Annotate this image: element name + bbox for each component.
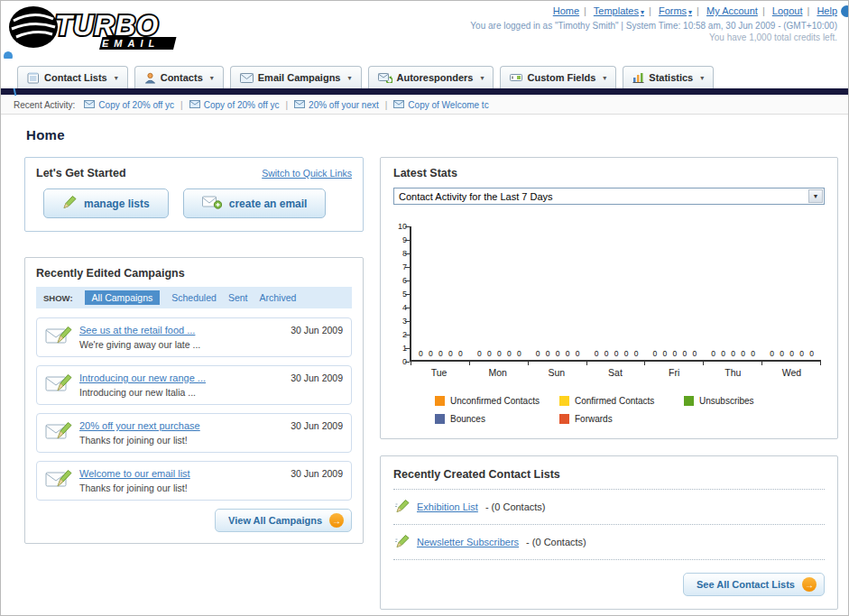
filter-all-campaigns[interactable]: All Campaigns [85, 290, 161, 305]
stats-period-select[interactable]: Contact Activity for the Last 7 Days ▼ [393, 188, 825, 205]
see-all-contact-lists-button[interactable]: See All Contact Lists → [683, 573, 825, 596]
bar: 0 [555, 350, 560, 359]
recent-activity-item[interactable]: Copy of 20% off yc [84, 100, 174, 110]
logo-title: TURBO [55, 10, 159, 41]
bar: 0 [809, 350, 815, 359]
campaign-date: 30 Jun 2009 [291, 468, 343, 479]
tab-contacts[interactable]: Contacts ▾ [134, 66, 224, 88]
bar: 0 [633, 350, 639, 359]
tab-custom-fields[interactable]: Custom Fields ▾ [500, 66, 616, 88]
activity-item-label: Copy of 20% off yc [98, 100, 174, 110]
nav-home-link[interactable]: Home [553, 5, 579, 16]
tab-contact-lists[interactable]: Contact Lists ▾ [17, 66, 128, 88]
contact-list-row[interactable]: Newsletter Subscribers - (0 Contacts) [393, 525, 825, 560]
bar-value-label: 0 [546, 350, 550, 358]
filter-scheduled[interactable]: Scheduled [171, 292, 217, 303]
bar-value-label: 0 [604, 350, 609, 358]
bar-group: 00000 [411, 350, 470, 359]
campaign-row[interactable]: Welcome to our email list Thanks for joi… [36, 461, 352, 501]
nav-my-account-link[interactable]: My Account [706, 5, 758, 16]
nav-help-link[interactable]: Help [817, 5, 837, 16]
view-all-campaigns-label: View All Campaigns [228, 515, 322, 526]
activity-item-label: Copy of Welcome tc [408, 100, 488, 110]
campaign-row[interactable]: 20% off your next purchase Thanks for jo… [36, 413, 352, 453]
bar: 0 [594, 350, 599, 359]
bar: 0 [476, 350, 482, 359]
campaign-title-link[interactable]: Introducing our new range ... [79, 372, 283, 383]
header: TURBO EMAIL Home| Templates▾| Forms▾| My… [1, 1, 848, 59]
manage-lists-button[interactable]: manage lists [43, 188, 169, 218]
legend-swatch [559, 396, 569, 406]
campaigns-filter-bar: SHOW: All Campaigns Scheduled Sent Archi… [36, 287, 352, 308]
bar: 0 [604, 350, 609, 359]
legend-swatch [435, 414, 445, 424]
filter-sent[interactable]: Sent [228, 292, 248, 303]
tab-email-campaigns[interactable]: Email Campaigns ▾ [230, 66, 362, 88]
custom-fields-icon [510, 72, 522, 83]
activity-item-label: Copy of 20% off yc [204, 100, 280, 110]
create-email-button[interactable]: create an email [183, 188, 327, 218]
y-tick-mark [405, 335, 410, 336]
manage-lists-label: manage lists [84, 198, 150, 210]
bar: 0 [711, 350, 716, 359]
nav-forms-link[interactable]: Forms▾ [659, 5, 692, 16]
view-all-campaigns-button[interactable]: View All Campaigns → [215, 509, 352, 532]
x-tick-mark [703, 362, 704, 365]
contact-lists-icon [27, 72, 40, 84]
bar: 0 [575, 350, 580, 359]
bar-group: 00000 [470, 350, 529, 359]
y-tick-mark [405, 308, 410, 308]
x-tick-label: Thu [704, 367, 762, 378]
bar-value-label: 0 [477, 350, 482, 358]
nav-forms-label: Forms [659, 5, 687, 16]
bar: 0 [506, 350, 512, 359]
nav-logout-link[interactable]: Logout [772, 5, 803, 16]
bar: 0 [457, 350, 463, 359]
tab-label: Email Campaigns [258, 72, 341, 83]
campaign-title-link[interactable]: 20% off your next purchase [79, 420, 283, 431]
x-tick-label: Wed [762, 367, 821, 378]
y-tick-mark [405, 226, 410, 227]
tab-statistics[interactable]: Statistics ▾ [623, 66, 714, 88]
help-dot-icon[interactable] [841, 5, 849, 17]
nav-templates-label: Templates [594, 5, 639, 16]
recent-activity-item[interactable]: Copy of Welcome tc [393, 100, 488, 110]
chevron-down-icon: ▾ [641, 8, 644, 16]
bar: 0 [428, 350, 433, 359]
envelope-icon [84, 100, 95, 110]
campaign-date: 30 Jun 2009 [291, 372, 343, 383]
bar-value-label: 0 [682, 350, 687, 358]
campaign-title-link[interactable]: Welcome to our email list [79, 468, 283, 479]
contact-list-name-link[interactable]: Newsletter Subscribers [417, 537, 519, 547]
recent-activity-item[interactable]: Copy of 20% off yc [189, 100, 280, 110]
bar-value-label: 0 [770, 350, 774, 358]
contact-list-row[interactable]: Exhibition List - (0 Contacts) [393, 490, 825, 525]
bar-value-label: 0 [536, 350, 540, 358]
campaign-row[interactable]: Introducing our new range ... Introducin… [36, 365, 352, 405]
contact-list-name-link[interactable]: Exhibition List [417, 501, 478, 512]
campaign-title-link[interactable]: See us at the retail food ... [79, 325, 283, 336]
x-tick-label: Fri [645, 367, 704, 378]
chart-plot: 00000000000000000000000000000000000 [410, 226, 821, 362]
bar-value-label: 0 [751, 350, 755, 358]
tab-label: Custom Fields [527, 72, 595, 83]
nav-templates-link[interactable]: Templates▾ [594, 5, 644, 16]
campaign-date: 30 Jun 2009 [291, 325, 343, 336]
x-tick-label: Mon [468, 367, 527, 378]
switch-quick-links-link[interactable]: Switch to Quick Links [262, 168, 352, 179]
recent-activity-item[interactable]: 20% off your next [294, 100, 379, 110]
nav-separator: | [697, 5, 699, 16]
campaign-row[interactable]: See us at the retail food ... We're givi… [36, 317, 352, 357]
campaigns-title: Recently Edited Campaigns [36, 267, 352, 280]
tab-label: Autoresponders [397, 72, 474, 83]
bar-group: 00000 [587, 350, 646, 359]
filter-archived[interactable]: Archived [259, 292, 296, 303]
tab-autoresponders[interactable]: Autoresponders ▾ [368, 66, 494, 88]
get-started-title: Let's Get Started [36, 167, 126, 179]
campaign-subtitle: Thanks for joining our list! [79, 435, 283, 446]
latest-stats-title: Latest Stats [393, 167, 825, 179]
bar-value-label: 0 [429, 350, 433, 358]
bar-group: 00000 [704, 350, 762, 359]
tab-label: Contacts [161, 72, 203, 83]
x-tick-mark [586, 362, 587, 365]
